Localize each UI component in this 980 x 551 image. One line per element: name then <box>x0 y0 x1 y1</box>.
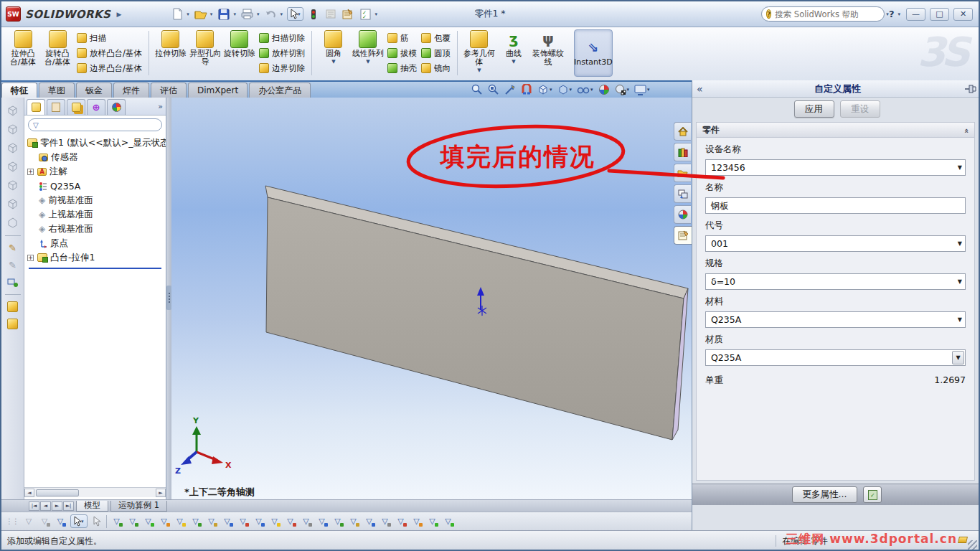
scroll-right-icon[interactable]: ► <box>156 489 166 497</box>
design-library-button[interactable] <box>674 143 691 161</box>
device-name-combobox[interactable]: 123456 ▼ <box>705 159 966 176</box>
motion-study-tab[interactable]: 运动算例 1 <box>110 501 167 512</box>
pin-icon[interactable] <box>964 84 977 93</box>
filter-vertices-icon[interactable]: ▽ <box>111 517 123 526</box>
instant3d-button[interactable]: ⇘ Instant3D <box>574 29 613 77</box>
all-filters-icon[interactable]: ▽ <box>55 517 66 526</box>
boundary-cut-button[interactable]: 边界切除 <box>259 62 305 75</box>
filter-datums-icon[interactable]: ▽ <box>395 517 407 526</box>
filter-surface-finish-icon[interactable]: ▽ <box>332 517 344 526</box>
tree-item-front-plane[interactable]: ◈ 前视基准面 <box>27 193 166 207</box>
print-button[interactable] <box>240 7 255 22</box>
appearances-button[interactable] <box>674 205 691 224</box>
filter-routing-points-icon[interactable]: ▽ <box>443 517 454 526</box>
tree-horizontal-scrollbar[interactable]: ◄ ► <box>24 487 166 497</box>
hide-show-dropdown-icon[interactable]: ▾ <box>590 87 593 93</box>
shell-button[interactable]: 抽壳 <box>387 62 417 75</box>
tree-item-origin[interactable]: 原点 <box>27 236 166 250</box>
select-tool-button[interactable]: ▾ <box>287 7 304 21</box>
custom-properties-tab-button[interactable] <box>674 226 692 245</box>
display-style-dropdown-icon[interactable]: ▾ <box>570 87 573 93</box>
mirror-button[interactable]: 镜向 <box>421 62 451 75</box>
model-tab[interactable]: 模型 <box>76 501 108 512</box>
filter-sketch-segments-icon[interactable]: ▽ <box>253 517 265 526</box>
undo-button[interactable] <box>263 7 278 22</box>
zoom-area-icon[interactable] <box>488 84 499 95</box>
resources-home-button[interactable] <box>674 122 691 141</box>
tree-item-material[interactable]: Q235A <box>27 179 166 193</box>
fillet-dropdown-icon[interactable]: ▼ <box>331 59 335 65</box>
checklist-dropdown-icon[interactable]: ▾ <box>374 11 377 17</box>
scroll-left-icon[interactable]: ◄ <box>24 489 34 497</box>
dimxpertmanager-tab[interactable]: ⊕ <box>87 99 105 115</box>
splitter-grip[interactable] <box>166 286 171 310</box>
sketch-tool-icon[interactable]: ✎ <box>9 242 17 253</box>
panel-splitter[interactable] <box>166 98 171 499</box>
wrap-button[interactable]: 包覆 <box>421 32 451 44</box>
prev-tab-icon[interactable]: ◄ <box>40 501 51 511</box>
minimize-button[interactable]: — <box>906 8 925 21</box>
view-settings-icon[interactable]: ▾ <box>634 85 650 95</box>
view-settings-dropdown-icon[interactable]: ▾ <box>647 87 650 93</box>
select-dropdown-icon[interactable]: ▾ <box>81 519 84 524</box>
curves-button[interactable]: ʒ 曲线 ▼ <box>497 30 530 65</box>
front-view-icon[interactable] <box>6 105 19 117</box>
material-combobox[interactable]: Q235A ▼ <box>705 311 966 328</box>
close-button[interactable]: ✕ <box>953 8 973 21</box>
display-style-icon[interactable]: ▾ <box>557 84 573 95</box>
filter-edges-icon[interactable]: ▽ <box>127 517 138 526</box>
file-explorer-button[interactable] <box>674 164 691 182</box>
tree-filter-input[interactable]: ▽ <box>28 118 162 131</box>
file-properties-button[interactable] <box>324 7 338 22</box>
expand-boss-extrude-icon[interactable]: + <box>27 255 34 261</box>
left-view-icon[interactable] <box>6 142 19 154</box>
configurationmanager-tab[interactable] <box>67 99 85 115</box>
extruded-boss-button[interactable]: 拉伸凸台/基体 <box>6 30 39 67</box>
lofted-boss-button[interactable]: 放样凸台/基体 <box>77 47 142 60</box>
filter-blocks-icon[interactable]: ▽ <box>411 517 423 526</box>
dimension-tool-icon[interactable] <box>6 277 19 288</box>
tab-office-products[interactable]: 办公室产品 <box>249 83 311 98</box>
zoom-fit-icon[interactable] <box>471 84 483 95</box>
reference-geometry-button[interactable]: 参考几何体 ▼ <box>463 30 496 73</box>
reset-button[interactable]: 重设 <box>840 100 880 118</box>
help-button[interactable]: ? <box>889 9 895 19</box>
cosmetic-thread-button[interactable]: ψ 装饰螺纹线 <box>532 30 565 67</box>
zoom-selection-icon[interactable] <box>504 84 516 95</box>
scroll-thumb[interactable] <box>36 489 79 496</box>
propertymanager-tab[interactable] <box>47 99 65 115</box>
new-dropdown-icon[interactable]: ▾ <box>187 11 189 17</box>
swept-cut-button[interactable]: 扫描切除 <box>259 32 305 44</box>
bottom-view-icon[interactable] <box>6 198 19 210</box>
right-view-icon[interactable] <box>6 161 19 173</box>
new-document-button[interactable] <box>170 7 184 22</box>
lofted-cut-button[interactable]: 放样切割 <box>259 47 305 60</box>
print-dropdown-icon[interactable]: ▾ <box>257 11 260 17</box>
help-dropdown-icon[interactable]: ▾ <box>897 11 900 17</box>
filter-geometric-tolerance-icon[interactable]: ▽ <box>348 517 359 526</box>
undo-dropdown-icon[interactable]: ▾ <box>280 11 283 17</box>
extrude-cut-shortcut-icon[interactable] <box>7 319 18 329</box>
apply-button[interactable]: 应用 <box>794 100 834 118</box>
dome-button[interactable]: 圆顶 <box>421 47 451 60</box>
open-document-button[interactable] <box>194 7 208 22</box>
save-dropdown-icon[interactable]: ▾ <box>233 11 236 17</box>
tab-evaluate[interactable]: 评估 <box>151 83 187 98</box>
help-search-box[interactable]: ? ▾ <box>761 6 885 22</box>
revolved-cut-button[interactable]: 旋转切除 <box>223 30 256 58</box>
spec-combobox[interactable]: δ=10 ▼ <box>705 273 966 290</box>
view-palette-button[interactable] <box>674 184 691 203</box>
expand-annotations-icon[interactable]: + <box>27 169 34 175</box>
filter-planes-icon[interactable]: ▽ <box>206 517 217 526</box>
filter-sketch-points-icon[interactable]: ▽ <box>222 517 233 526</box>
hole-wizard-button[interactable]: 异型孔向导 <box>189 30 222 67</box>
filter-faces-icon[interactable]: ▽ <box>143 517 154 526</box>
filter-solid-bodies-icon[interactable]: ▽ <box>174 517 186 526</box>
rebuild-traffic-light-icon[interactable] <box>306 7 321 22</box>
rib-button[interactable]: 筋 <box>387 32 417 44</box>
view-orientation-icon[interactable]: ▾ <box>537 84 552 95</box>
linear-pattern-button[interactable]: 线性阵列 ▼ <box>352 30 385 65</box>
filter-center-marks-icon[interactable]: ▽ <box>285 517 296 526</box>
tree-item-right-plane[interactable]: ◈ 右视基准面 <box>27 222 166 236</box>
draft-button[interactable]: 拔模 <box>387 47 417 60</box>
